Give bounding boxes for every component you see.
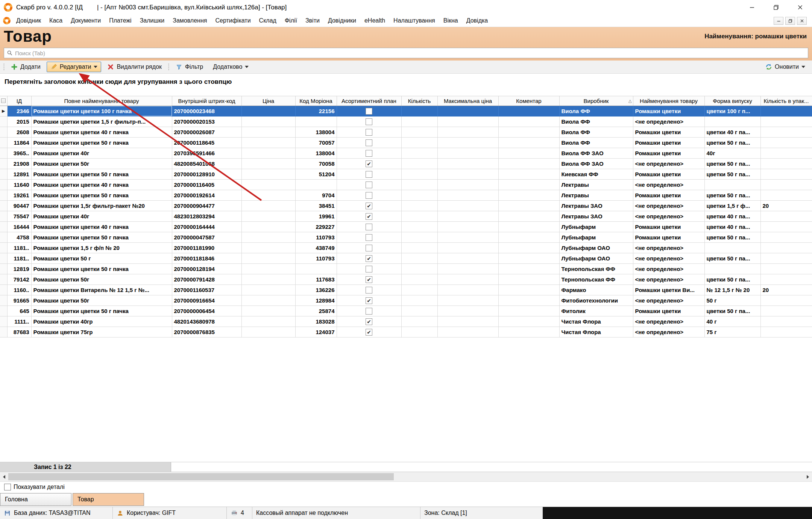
table-row[interactable]: 645Ромашки цветки цветки 50 г пачка20700… — [0, 306, 812, 316]
table-row[interactable]: 1160..Ромашки цветки Витарель № 12 1,5 г… — [0, 285, 812, 295]
assortment-checkbox[interactable]: ✔ — [366, 329, 372, 336]
assortment-checkbox[interactable] — [366, 287, 372, 294]
mdi-restore-button[interactable] — [785, 17, 795, 25]
menu-item-13[interactable]: Налаштування — [389, 17, 439, 24]
menu-item-9[interactable]: Філії — [281, 17, 301, 24]
assortment-checkbox[interactable] — [366, 139, 372, 146]
filter-button[interactable]: Фільтр — [172, 62, 207, 72]
assortment-checkbox[interactable] — [366, 192, 372, 199]
table-row[interactable]: 75547Ромашки цветки 40г48230128032941996… — [0, 211, 812, 222]
menu-item-10[interactable]: Звіти — [301, 17, 324, 24]
assortment-checkbox[interactable] — [366, 129, 372, 136]
table-row[interactable]: 4758Ромашки цветки цветки 50 г пачка2070… — [0, 232, 812, 243]
menu-item-14[interactable]: Вікна — [439, 17, 462, 24]
scrollbar-thumb[interactable] — [8, 473, 394, 480]
assortment-checkbox[interactable]: ✔ — [366, 160, 372, 167]
assortment-checkbox[interactable] — [366, 308, 372, 315]
group-by-panel[interactable]: Перетягніть заголовок колонки сюди для у… — [0, 74, 812, 96]
edit-button[interactable]: Редагувати — [47, 62, 102, 72]
menu-item-12[interactable]: eHealth — [360, 17, 389, 24]
assortment-checkbox[interactable] — [366, 234, 372, 241]
table-row[interactable]: 2015Ромашки цветки цветки 1,5 г фильтр-п… — [0, 117, 812, 127]
column-header-release_form[interactable]: Форма випуску — [704, 96, 760, 106]
cell-max_price — [437, 180, 498, 190]
menu-item-6[interactable]: Замовлення — [168, 17, 211, 24]
column-header-assortment_plan[interactable]: Асортиментний план — [337, 96, 401, 106]
column-header-barcode[interactable]: Внутрішній штрих-код — [172, 96, 241, 106]
column-header-qty_per_pack[interactable]: Кількість в упак... — [760, 96, 812, 106]
column-header-id[interactable]: ІД — [7, 96, 31, 106]
assortment-checkbox[interactable] — [366, 150, 372, 157]
column-header-full_name[interactable]: Повне найменування товару — [31, 96, 172, 106]
table-row[interactable]: 3965..Ромашки цветки 40г2070396591466138… — [0, 148, 812, 159]
assortment-checkbox[interactable] — [366, 245, 372, 251]
menu-item-3[interactable]: Документи — [67, 17, 105, 24]
assortment-checkbox[interactable] — [366, 266, 372, 272]
mdi-minimize-button[interactable] — [774, 17, 783, 25]
tab-golovna[interactable]: Головна — [0, 493, 71, 506]
menu-item-15[interactable]: Довідка — [462, 17, 492, 24]
table-row[interactable]: 90447Ромашки цветки 1,5г фильтр-пакет №2… — [0, 201, 812, 211]
table-row[interactable]: 12891Ромашки цветки цветки 50 г пачка207… — [0, 169, 812, 180]
refresh-button[interactable]: Оновити — [762, 62, 809, 72]
tab-tovar[interactable]: Товар — [73, 493, 144, 506]
close-button[interactable] — [788, 0, 812, 15]
table-row[interactable]: 11640Ромашки цветки цветки 40 г пачка207… — [0, 180, 812, 190]
restore-button[interactable] — [764, 0, 788, 15]
delete-row-button[interactable]: Видалити рядок — [103, 62, 165, 72]
horizontal-scrollbar[interactable] — [0, 472, 812, 482]
assortment-checkbox[interactable] — [366, 182, 372, 188]
table-row[interactable]: 79142Ромашки цветки 50г20700007914281176… — [0, 274, 812, 285]
cell-release_form: цветки 1,5 г ф... — [704, 201, 760, 211]
cell-comment — [498, 138, 559, 148]
assortment-checkbox[interactable]: ✔ — [366, 297, 372, 304]
add-button[interactable]: Додати — [7, 62, 44, 72]
scroll-right-arrow[interactable] — [804, 472, 812, 481]
table-row[interactable]: 16444Ромашки цветки цветки 40 г пачка207… — [0, 222, 812, 232]
scroll-left-arrow[interactable] — [0, 472, 8, 481]
table-row[interactable]: 1181..Ромашки цветки 1,5 г ф/п № 2020700… — [0, 243, 812, 253]
column-header-quantity[interactable]: Кількість — [401, 96, 437, 106]
assortment-checkbox[interactable]: ✔ — [366, 276, 372, 283]
cell-assortment_plan — [337, 106, 401, 117]
column-header-morion_code[interactable]: Код Моріона — [295, 96, 337, 106]
search-input[interactable] — [15, 50, 806, 56]
table-row[interactable]: 21908Ромашки цветки 50г48200854010687005… — [0, 159, 812, 169]
cell-price — [241, 180, 295, 190]
table-row[interactable]: 87683Ромашки цветки 75гр2070000876835124… — [0, 327, 812, 337]
column-header-price[interactable]: Ціна — [241, 96, 295, 106]
table-row[interactable]: 12819Ромашки цветки цветки 50 г пачка207… — [0, 264, 812, 274]
assortment-checkbox[interactable]: ✔ — [366, 255, 372, 262]
show-details-checkbox[interactable]: Показувати деталі — [4, 484, 65, 490]
assortment-checkbox[interactable]: ✔ — [366, 203, 372, 209]
assortment-checkbox[interactable]: ✔ — [366, 213, 372, 220]
assortment-checkbox[interactable]: ✔ — [366, 318, 372, 325]
row-indicator — [0, 327, 7, 337]
menu-item-11[interactable]: Довідники — [324, 17, 360, 24]
table-row[interactable]: 1111..Ромашки цветки 40гр482014368097818… — [0, 316, 812, 327]
assortment-checkbox[interactable] — [366, 108, 372, 115]
column-header-manufacturer[interactable]: Виробник△ — [559, 96, 633, 106]
column-header-product_name[interactable]: Найменування товару — [633, 96, 704, 106]
table-row[interactable]: 91665Ромашки цветки 50г20700009166541289… — [0, 295, 812, 306]
menu-item-2[interactable]: Каса — [45, 17, 67, 24]
menu-item-4[interactable]: Платежі — [105, 17, 136, 24]
assortment-checkbox[interactable] — [366, 224, 372, 230]
menu-item-1[interactable]: Довідник — [12, 17, 45, 24]
menu-item-5[interactable]: Залишки — [136, 17, 169, 24]
table-row[interactable]: 11864Ромашки цветки цветки 50 г пачка207… — [0, 138, 812, 148]
table-row[interactable]: 2608Ромашки цветки цветки 40 г пачка2070… — [0, 127, 812, 138]
assortment-checkbox[interactable] — [366, 171, 372, 178]
assortment-checkbox[interactable] — [366, 118, 372, 125]
column-header-max_price[interactable]: Максимальна ціна — [437, 96, 498, 106]
menu-item-7[interactable]: Сертифікати — [211, 17, 255, 24]
minimize-button[interactable] — [740, 0, 764, 15]
table-row[interactable]: 19261Ромашки цветки цветки 50 г пачка207… — [0, 190, 812, 201]
menu-item-8[interactable]: Склад — [255, 17, 281, 24]
scrollbar-track[interactable] — [8, 472, 804, 481]
mdi-close-button[interactable] — [797, 17, 807, 25]
more-button[interactable]: Додатково — [209, 62, 252, 72]
table-row[interactable]: 1181..Ромашки цветки 50 г207000118184611… — [0, 253, 812, 264]
table-row[interactable]: ▶2346Ромашки цветки цветки 100 г пачка20… — [0, 106, 812, 117]
column-header-comment[interactable]: Коментар — [498, 96, 559, 106]
